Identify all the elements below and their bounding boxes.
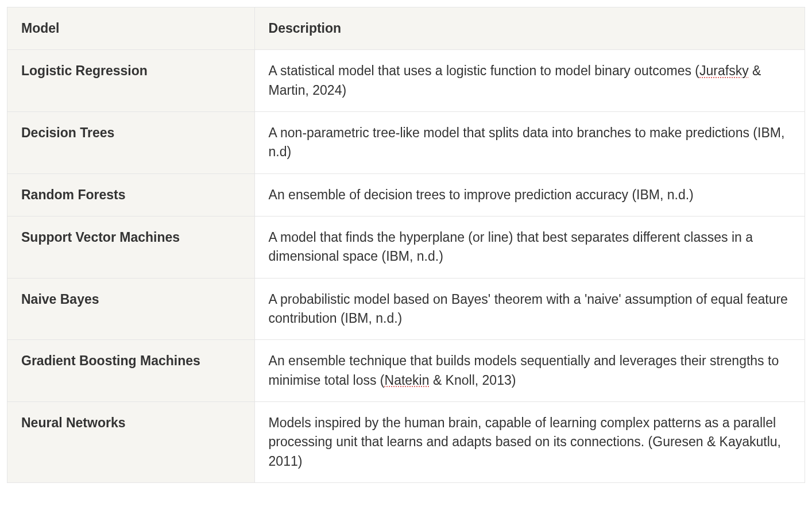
table-row: Decision Trees A non-parametric tree-lik… [7, 112, 805, 174]
table-row: Gradient Boosting Machines An ensemble t… [7, 340, 805, 402]
model-description: A model that finds the hyperplane (or li… [254, 217, 805, 279]
spellcheck-word: Natekin [385, 373, 430, 388]
desc-text-pre: An ensemble technique that builds models… [269, 353, 779, 387]
table-row: Random Forests An ensemble of decision t… [7, 173, 805, 216]
header-description: Description [254, 7, 805, 50]
model-name: Gradient Boosting Machines [7, 340, 255, 402]
table-row: Neural Networks Models inspired by the h… [7, 402, 805, 483]
desc-text-pre: A model that finds the hyperplane (or li… [269, 230, 753, 264]
models-table: Model Description Logistic Regression A … [7, 7, 805, 483]
table-row: Support Vector Machines A model that fin… [7, 217, 805, 279]
desc-text-pre: A non-parametric tree-like model that sp… [269, 125, 785, 159]
model-name: Random Forests [7, 173, 255, 216]
model-description: A non-parametric tree-like model that sp… [254, 112, 805, 174]
table-row: Naive Bayes A probabilistic model based … [7, 278, 805, 340]
model-name: Neural Networks [7, 402, 255, 483]
model-description: A statistical model that uses a logistic… [254, 50, 805, 112]
desc-text-pre: An ensemble of decision trees to improve… [269, 187, 694, 202]
model-name: Support Vector Machines [7, 217, 255, 279]
model-description: An ensemble of decision trees to improve… [254, 173, 805, 216]
model-name: Naive Bayes [7, 278, 255, 340]
desc-text-post: & Knoll, 2013) [430, 373, 516, 388]
model-description: An ensemble technique that builds models… [254, 340, 805, 402]
spellcheck-word: Jurafsky [699, 63, 749, 78]
table-header-row: Model Description [7, 7, 805, 50]
table-row: Logistic Regression A statistical model … [7, 50, 805, 112]
desc-text-pre: Models inspired by the human brain, capa… [269, 415, 781, 469]
model-name: Decision Trees [7, 112, 255, 174]
desc-text-pre: A statistical model that uses a logistic… [269, 63, 699, 78]
desc-text-pre: A probabilistic model based on Bayes' th… [269, 292, 788, 326]
model-description: Models inspired by the human brain, capa… [254, 402, 805, 483]
model-description: A probabilistic model based on Bayes' th… [254, 278, 805, 340]
header-model: Model [7, 7, 255, 50]
model-name: Logistic Regression [7, 50, 255, 112]
